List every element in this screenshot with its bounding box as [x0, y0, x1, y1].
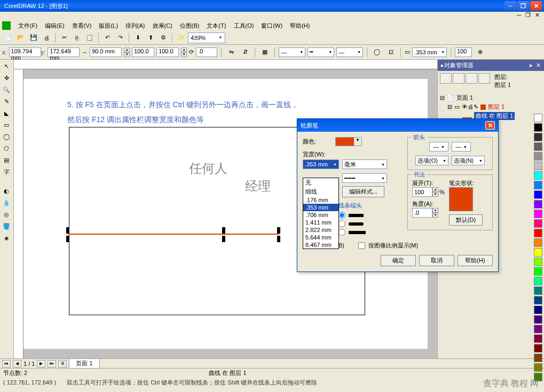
- color-swatch[interactable]: [534, 267, 542, 276]
- width-option[interactable]: 1.411 mm: [303, 219, 338, 226]
- blend-tool-icon[interactable]: ◐: [1, 186, 12, 196]
- color-swatch[interactable]: [534, 229, 542, 237]
- doc-minimize[interactable]: ─: [515, 12, 523, 20]
- width-option[interactable]: 8.467 mm: [303, 241, 338, 249]
- shape-tool-icon[interactable]: ✜: [1, 73, 12, 83]
- print-icon[interactable]: 🖨: [41, 32, 52, 44]
- color-swatch[interactable]: [534, 210, 542, 218]
- selection-handle[interactable]: [277, 236, 280, 242]
- ellipse-tool-icon[interactable]: ◯: [1, 131, 12, 142]
- panel-close-icon[interactable]: ✕: [536, 62, 541, 69]
- end-arrow-combo[interactable]: —: [336, 47, 363, 57]
- interactive-fill-icon[interactable]: ◈: [1, 233, 12, 243]
- color-swatch[interactable]: [534, 171, 542, 180]
- color-swatch[interactable]: [534, 133, 542, 141]
- dialog-close-button[interactable]: ✕: [485, 121, 495, 130]
- panel-tab-3[interactable]: [466, 73, 477, 84]
- menu-help[interactable]: 帮助(H): [287, 21, 313, 31]
- zoom-tool-icon[interactable]: 🔍: [1, 84, 12, 95]
- menu-text[interactable]: 文本(T): [203, 21, 229, 31]
- mirror-v-icon[interactable]: ⇵: [239, 46, 251, 58]
- menu-edit[interactable]: 编辑(E): [42, 21, 68, 31]
- undo-icon[interactable]: ↶: [101, 32, 113, 44]
- fill-tool-icon[interactable]: 🪣: [1, 221, 12, 231]
- width-option[interactable]: 2.822 mm: [303, 226, 338, 234]
- help-button[interactable]: 帮助(H): [458, 255, 493, 266]
- selected-line[interactable]: [68, 234, 279, 235]
- selection-handle[interactable]: [277, 227, 280, 234]
- wand-icon[interactable]: ✨: [175, 32, 187, 44]
- tree-layer[interactable]: 图层 1: [488, 103, 504, 111]
- auto-close-icon[interactable]: ◯: [371, 46, 383, 58]
- menu-window[interactable]: 窗口(W): [258, 21, 286, 31]
- color-swatch[interactable]: [534, 200, 542, 209]
- mirror-h-icon[interactable]: ⇋: [225, 46, 237, 58]
- maximize-button[interactable]: ❐: [517, 1, 529, 11]
- line-style-combo[interactable]: ━━━: [342, 173, 387, 183]
- color-swatch[interactable]: [534, 296, 542, 305]
- color-swatch[interactable]: [534, 315, 542, 324]
- width-option[interactable]: 细线: [303, 187, 338, 196]
- start-arrow-combo[interactable]: —: [279, 47, 305, 57]
- smart-tool-icon[interactable]: ◣: [1, 108, 12, 118]
- copy-icon[interactable]: ⎘: [71, 32, 83, 44]
- cap-radio[interactable]: [338, 212, 345, 219]
- open-icon[interactable]: 📂: [15, 32, 27, 44]
- color-swatch[interactable]: [534, 238, 542, 247]
- y-input[interactable]: 172.649 mm: [48, 47, 80, 57]
- doc-restore[interactable]: ❐: [523, 12, 533, 20]
- color-picker[interactable]: [335, 137, 362, 146]
- selection-handle[interactable]: [222, 236, 225, 242]
- color-swatch[interactable]: [534, 190, 542, 199]
- wrap-icon[interactable]: ▦: [259, 46, 271, 58]
- menu-effects[interactable]: 效果(C): [149, 21, 176, 31]
- panel-tab-2[interactable]: [453, 73, 464, 84]
- first-page-button[interactable]: ⏮: [2, 360, 11, 367]
- start-arrow-options[interactable]: 选项(O): [415, 156, 448, 165]
- color-swatch[interactable]: [534, 277, 542, 285]
- selection-handle[interactable]: [66, 236, 69, 242]
- save-icon[interactable]: 💾: [28, 32, 40, 44]
- menu-layout[interactable]: 版面(L): [96, 21, 121, 31]
- angle-input[interactable]: .0: [196, 47, 217, 57]
- color-swatch[interactable]: [534, 142, 542, 151]
- stretch-input[interactable]: [412, 187, 432, 197]
- color-swatch[interactable]: [534, 354, 542, 362]
- scale-checkbox[interactable]: [358, 242, 365, 249]
- app-launcher-icon[interactable]: ⚙: [157, 32, 169, 44]
- import-icon[interactable]: ⬇: [132, 32, 144, 44]
- color-swatch[interactable]: [534, 363, 542, 372]
- redo-icon[interactable]: ↷: [114, 32, 126, 44]
- text-tool-icon[interactable]: 字: [1, 166, 12, 177]
- minimize-button[interactable]: ─: [504, 1, 516, 11]
- last-page-button[interactable]: ⏭: [48, 360, 56, 367]
- panel-menu-icon[interactable]: ▸: [530, 62, 533, 69]
- width-combo[interactable]: .353 mm: [303, 159, 339, 169]
- width-option[interactable]: 5.644 mm: [303, 234, 338, 241]
- width-unit-combo[interactable]: 毫米: [342, 159, 387, 169]
- tree-page[interactable]: 页面 1: [456, 94, 473, 102]
- ok-button[interactable]: 确定: [381, 255, 416, 266]
- default-button[interactable]: 默认(D): [449, 214, 483, 226]
- angle-input[interactable]: [412, 208, 432, 218]
- menu-tools[interactable]: 工具(O): [231, 21, 257, 31]
- color-swatch[interactable]: [534, 258, 542, 266]
- opacity-input[interactable]: 100: [455, 47, 472, 57]
- menu-bitmap[interactable]: 位图(B): [177, 21, 203, 31]
- color-swatch[interactable]: [534, 162, 542, 170]
- lock-icon[interactable]: ⊕: [474, 46, 486, 58]
- color-swatch[interactable]: [534, 334, 542, 343]
- panel-tab-1[interactable]: [440, 73, 452, 84]
- width-option[interactable]: .706 mm: [303, 211, 338, 219]
- add-page-button[interactable]: ⊞: [58, 360, 67, 367]
- width-option[interactable]: .176 mm: [303, 196, 338, 204]
- color-swatch[interactable]: [534, 152, 542, 161]
- new-icon[interactable]: 📄: [2, 32, 14, 44]
- outline-width-combo[interactable]: .353 mm: [412, 47, 447, 57]
- start-arrow-picker[interactable]: —: [429, 142, 448, 151]
- end-arrow-options[interactable]: 选项(N): [452, 156, 485, 165]
- pick-tool-icon[interactable]: ↖: [1, 61, 12, 71]
- freehand-tool-icon[interactable]: ✎: [1, 96, 12, 107]
- doc-close[interactable]: ✕: [533, 12, 542, 20]
- selection-handle[interactable]: [222, 227, 225, 234]
